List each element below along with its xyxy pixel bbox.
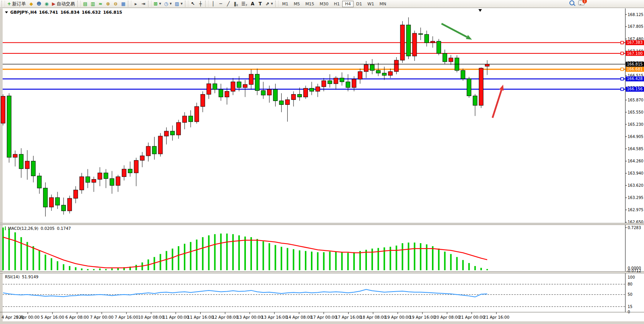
timeframe-m5-button[interactable]: M5 bbox=[291, 1, 303, 7]
equidistant-channel-button[interactable]: ∥E bbox=[232, 0, 240, 7]
arrows-tool-button[interactable]: ⇗▼ bbox=[264, 0, 274, 7]
bar-chart-button[interactable]: ▤ bbox=[81, 0, 89, 7]
svg-text:19 Apr 00:00: 19 Apr 00:00 bbox=[385, 315, 411, 319]
toolbar-separator bbox=[185, 1, 188, 7]
svg-text:17 Apr 00:00: 17 Apr 00:00 bbox=[311, 315, 336, 319]
chat-icon[interactable]: 1 bbox=[578, 0, 585, 5]
timeframe-h4-button[interactable]: H4 bbox=[342, 1, 353, 7]
svg-text:163.295: 163.295 bbox=[628, 196, 643, 200]
dropdown-caret-icon: ▼ bbox=[180, 3, 182, 5]
horizontal-line-button[interactable]: ─ bbox=[217, 0, 225, 7]
periods-button[interactable]: ◷▼ bbox=[163, 0, 173, 7]
trendline-icon: ╱ bbox=[227, 2, 230, 6]
level-handle[interactable] bbox=[621, 68, 623, 71]
zoom-in-button[interactable]: ⊕ bbox=[104, 0, 112, 7]
horizontal-line-icon: ─ bbox=[219, 2, 222, 6]
chart-profile-icon: ◆ bbox=[29, 2, 33, 6]
timeframe-mn-button[interactable]: MN bbox=[377, 1, 389, 7]
svg-text:21 Apr 16:00: 21 Apr 16:00 bbox=[483, 315, 509, 319]
timeframe-m30-button[interactable]: M30 bbox=[317, 1, 332, 7]
dropdown-caret-icon: ▼ bbox=[159, 3, 161, 5]
rsi-name: RSI(14) bbox=[5, 274, 20, 279]
rsi-indicator-label: RSI(14) 51.9149 bbox=[5, 274, 38, 279]
chart-canvas[interactable]: 168.125167.805167.480167.160166.840166.5… bbox=[0, 0, 644, 324]
vertical-line-button[interactable]: │ bbox=[209, 0, 217, 7]
cursor-button[interactable]: ↖ bbox=[189, 0, 197, 7]
line-chart-icon: ≈ bbox=[99, 2, 102, 6]
candlestick-chart-button[interactable]: ▥ bbox=[89, 0, 97, 7]
svg-text:100: 100 bbox=[628, 275, 635, 279]
trendline-button[interactable]: ╱ bbox=[225, 0, 232, 7]
crosshair-button[interactable]: ┼ bbox=[197, 0, 204, 7]
chart-shift-icon: ⇥ bbox=[142, 2, 145, 6]
fibonacci-button[interactable]: ☰F bbox=[240, 0, 249, 7]
svg-text:167.100: 167.100 bbox=[627, 51, 642, 56]
level-handle[interactable] bbox=[621, 88, 623, 90]
timeframe-m15-button[interactable]: M15 bbox=[303, 1, 317, 7]
level-handle[interactable] bbox=[621, 41, 623, 44]
toolbar-separator bbox=[2, 1, 5, 7]
svg-text:163.620: 163.620 bbox=[628, 183, 643, 188]
low-value: 166.632 bbox=[82, 10, 101, 15]
svg-text:0.7283: 0.7283 bbox=[628, 226, 641, 230]
macd-signal-value: 0.1747 bbox=[57, 226, 71, 231]
text-label-icon: T bbox=[259, 2, 262, 6]
level-handle[interactable] bbox=[621, 52, 623, 55]
text-icon: A bbox=[251, 2, 254, 6]
auto-trading-icon: ▶ bbox=[52, 2, 56, 6]
notification-badge: 1 bbox=[582, 0, 587, 3]
signals-button[interactable]: ◉ bbox=[43, 0, 51, 7]
rsi-value: 51.9149 bbox=[22, 274, 38, 279]
zoom-in-icon: ⊕ bbox=[106, 2, 110, 6]
tile-windows-button[interactable]: ▦ bbox=[120, 0, 127, 7]
svg-text:6 Apr 08:00: 6 Apr 08:00 bbox=[65, 315, 89, 319]
svg-text:80: 80 bbox=[628, 282, 633, 286]
svg-text:11 Apr 00:00: 11 Apr 00:00 bbox=[163, 315, 189, 319]
svg-text:168.125: 168.125 bbox=[628, 13, 643, 17]
market-watch-icon: ☻ bbox=[37, 2, 41, 6]
svg-text:7 Apr 00:00: 7 Apr 00:00 bbox=[90, 315, 114, 319]
svg-text:164.585: 164.585 bbox=[628, 147, 643, 151]
signals-icon: ◉ bbox=[45, 2, 48, 6]
search-icon[interactable] bbox=[569, 0, 574, 5]
svg-text:163.940: 163.940 bbox=[628, 171, 643, 175]
level-handle[interactable] bbox=[621, 77, 623, 80]
tool-letter: F bbox=[246, 4, 247, 7]
svg-text:19 Apr 16:00: 19 Apr 16:00 bbox=[410, 315, 435, 319]
svg-text:10 Apr 08:00: 10 Apr 08:00 bbox=[138, 315, 164, 319]
macd-color-mark-icon bbox=[5, 226, 6, 230]
new-chart-button[interactable]: ⊞▼ bbox=[152, 0, 163, 7]
chart-profile-button[interactable]: ◆ bbox=[27, 0, 35, 7]
svg-text:166.428: 166.428 bbox=[627, 77, 642, 81]
svg-text:166.815: 166.815 bbox=[627, 62, 642, 66]
chart-shift-button[interactable]: ⇥ bbox=[140, 0, 147, 7]
svg-text:164.905: 164.905 bbox=[628, 135, 643, 139]
timeframe-w1-button[interactable]: W1 bbox=[365, 1, 377, 7]
arrows-tool-icon: ⇗ bbox=[266, 2, 269, 6]
auto-trading-button[interactable]: ▶自动交易 bbox=[51, 0, 77, 7]
timeframe-h1-button[interactable]: H1 bbox=[331, 1, 342, 7]
line-chart-button[interactable]: ≈ bbox=[97, 0, 104, 7]
svg-text:167.805: 167.805 bbox=[628, 24, 643, 29]
timeframe-m1-button[interactable]: M1 bbox=[279, 1, 291, 7]
toolbar-separator bbox=[275, 1, 279, 7]
timeframe-d1-button[interactable]: D1 bbox=[354, 1, 365, 7]
zoom-out-icon: ⊖ bbox=[114, 2, 118, 6]
auto-scroll-button[interactable]: ▸ bbox=[132, 0, 140, 7]
templates-button[interactable]: ▨▼ bbox=[173, 0, 184, 7]
text-label-button[interactable]: T bbox=[257, 0, 264, 7]
symbol-dropdown-icon[interactable] bbox=[5, 11, 8, 15]
cursor-icon: ↖ bbox=[191, 2, 195, 6]
templates-icon: ▨ bbox=[175, 2, 179, 6]
svg-text:12 Apr 08:00: 12 Apr 08:00 bbox=[212, 315, 238, 319]
metatrader-window: +新订单◆☻◉▶自动交易▤▥≈⊕⊖▦▸⇥⊞▼◷▼▨▼↖┼│─╱∥E☰FAT⇗▼M… bbox=[0, 0, 644, 324]
tile-windows-icon: ▦ bbox=[121, 2, 125, 6]
toolbar-separator bbox=[205, 1, 209, 7]
svg-text:165.550: 165.550 bbox=[628, 110, 643, 114]
svg-text:5 Apr 00:00: 5 Apr 00:00 bbox=[16, 315, 40, 319]
text-button[interactable]: A bbox=[249, 0, 257, 7]
new-order-button[interactable]: +新订单 bbox=[6, 0, 27, 7]
svg-text:13 Apr 16:00: 13 Apr 16:00 bbox=[261, 315, 287, 319]
market-watch-button[interactable]: ☻ bbox=[35, 0, 43, 7]
zoom-out-button[interactable]: ⊖ bbox=[112, 0, 120, 7]
